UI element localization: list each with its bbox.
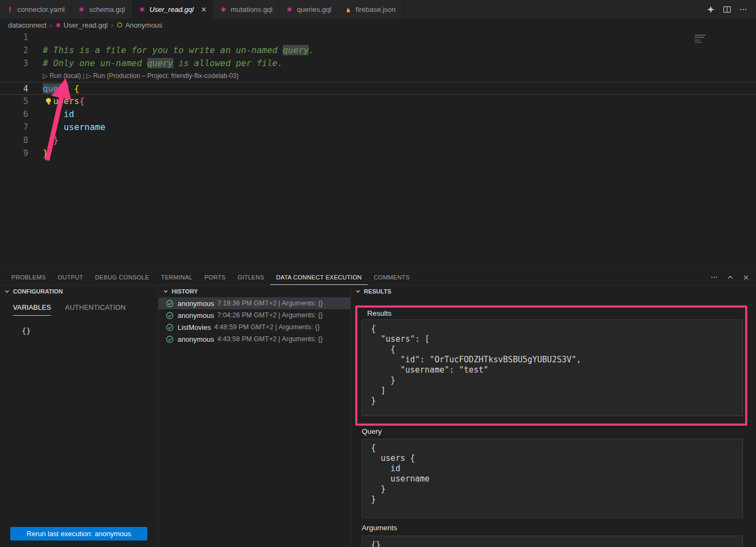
breadcrumb-item-dataconnect[interactable]: dataconnect (8, 21, 47, 29)
maximize-panel-icon[interactable] (727, 274, 734, 281)
code-line-6[interactable]: 6 id (0, 108, 756, 121)
breadcrumb: dataconnect › User_read.gql › Anonymous (0, 19, 756, 31)
line-number: 8 (0, 134, 28, 147)
line-number: 1 (0, 31, 28, 44)
editor-tab-schema-gql[interactable]: schema.gql (71, 0, 132, 19)
line-number: 7 (0, 121, 28, 134)
code-content: query { (28, 82, 79, 94)
panel-actions (711, 269, 750, 285)
more-actions-icon[interactable] (739, 5, 747, 14)
results-label: Results (367, 309, 745, 317)
code-content: id (28, 108, 74, 121)
annotation-highlight-box: Results { "users": [ { "id": "OrTucFODZH… (355, 305, 747, 426)
history-header[interactable]: HISTORY (159, 285, 350, 297)
history-list: anonymous7:19:36 PM GMT+2 | Arguments: {… (159, 297, 350, 345)
close-icon[interactable]: × (201, 5, 206, 14)
code-line-2[interactable]: 2# This is a file for you to write an un… (0, 44, 756, 57)
history-entry-meta: 7:04:26 PM GMT+2 | Arguments: {} (217, 311, 323, 319)
editor-tab-connector-yaml[interactable]: !connector.yaml (0, 0, 71, 19)
panel-tab-ports[interactable]: PORTS (198, 269, 231, 285)
split-editor-icon[interactable] (723, 5, 731, 14)
tab-authentication[interactable]: AUTHENTICATION (65, 304, 126, 316)
results-content: Results { "users": [ { "id": "OrTucFODZH… (351, 297, 756, 547)
line-number: 5 (0, 95, 28, 108)
editor-tab-user-read-gql[interactable]: User_read.gql× (132, 0, 213, 19)
results-header[interactable]: RESULTS (351, 285, 756, 297)
code-content: username (28, 121, 106, 134)
code-line-7[interactable]: 7 username (0, 121, 756, 134)
firebase-icon (345, 6, 352, 14)
panel-tab-terminal[interactable]: TERMINAL (155, 269, 198, 285)
panel-tab-debug-console[interactable]: DEBUG CONSOLE (89, 269, 155, 285)
code-content: } (28, 134, 58, 147)
panel-tab-gitlens[interactable]: GITLENS (232, 269, 270, 285)
editor-tab-firebase-json[interactable]: firebase.json (338, 0, 403, 19)
code-token: # Only one un-named (43, 58, 147, 68)
line-number: 2 (0, 44, 28, 57)
minimap[interactable] (695, 33, 709, 44)
tab-variables[interactable]: VARIABLES (13, 304, 51, 316)
query-text[interactable]: { users { id username } } (362, 439, 743, 518)
code-line-8[interactable]: 8 } (0, 134, 756, 147)
editor-tabs: !connector.yamlschema.gqlUser_read.gql×m… (0, 0, 403, 19)
tabbar-actions (707, 0, 756, 19)
results-section: RESULTS Results { "users": [ { "id": "Or… (351, 285, 756, 547)
code-token: } (53, 135, 58, 145)
anonymous-symbol-icon (116, 22, 123, 28)
panel-more-actions-icon[interactable] (711, 274, 718, 281)
history-entry-meta: 4:48:59 PM GMT+2 | Arguments: {} (214, 323, 320, 331)
results-json[interactable]: { "users": [ { "id": "OrTucFODZHTksvBSBU… (362, 320, 743, 416)
panel-tabs: PROBLEMSOUTPUTDEBUG CONSOLETERMINALPORTS… (5, 269, 416, 285)
code-line-3[interactable]: 3# Only one un-named query is allowed pe… (0, 57, 756, 70)
code-editor[interactable]: 12# This is a file for you to write an u… (0, 31, 756, 269)
arguments-text[interactable]: {} (362, 536, 743, 547)
code-line-5[interactable]: 5 users{ (0, 95, 756, 108)
graphql-icon (139, 6, 146, 12)
run-production-link[interactable]: ▷ Run (Production – Project: friendly-fl… (86, 72, 238, 80)
history-entry[interactable]: anonymous7:04:26 PM GMT+2 | Arguments: {… (159, 309, 350, 321)
check-circle-icon (166, 335, 174, 343)
history-entry[interactable]: anonymous7:19:36 PM GMT+2 | Arguments: {… (159, 297, 350, 309)
bottom-panel: PROBLEMSOUTPUTDEBUG CONSOLETERMINALPORTS… (0, 269, 756, 547)
code-line-1[interactable]: 1 (0, 31, 756, 44)
tab-label: schema.gql (89, 5, 125, 14)
rerun-button[interactable]: Rerun last execution: anonymous (10, 527, 147, 541)
editor-tab-mutations-gql[interactable]: mutations.gql (213, 0, 279, 19)
configuration-tabs: VARIABLES AUTHENTICATION (0, 297, 158, 316)
code-token: username (64, 122, 106, 132)
code-line-4[interactable]: 4query { (0, 82, 756, 95)
configuration-header[interactable]: CONFIGURATION (0, 285, 158, 297)
run-local-link[interactable]: ▷ Run (local) (43, 72, 81, 80)
breadcrumb-item-file[interactable]: User_read.gql (63, 21, 108, 29)
code-token (43, 122, 64, 132)
tab-label: firebase.json (356, 5, 396, 14)
code-content: # This is a file for you to write an un-… (28, 44, 314, 57)
panel-tab-data-connect-execution[interactable]: DATA CONNECT EXECUTION (270, 269, 368, 285)
editor-tab-queries-gql[interactable]: queries.gql (279, 0, 338, 19)
arguments-label: Arguments (362, 524, 397, 532)
history-entry-name: anonymous (178, 335, 214, 343)
history-entry-name: anonymous (178, 311, 214, 320)
check-circle-icon (166, 323, 174, 331)
code-token: is allowed per file. (173, 58, 283, 68)
copilot-sparkle-icon[interactable] (707, 5, 715, 14)
history-entry-name: ListMovies (178, 323, 211, 331)
history-entry[interactable]: ListMovies4:48:59 PM GMT+2 | Arguments: … (159, 321, 350, 333)
panel-tab-problems[interactable]: PROBLEMS (5, 269, 52, 285)
history-entry-meta: 4:43:58 PM GMT+2 | Arguments: {} (217, 335, 323, 343)
panel-tab-bar: PROBLEMSOUTPUTDEBUG CONSOLETERMINALPORTS… (0, 269, 756, 285)
panel-tab-comments[interactable]: COMMENTS (368, 269, 416, 285)
code-token: id (64, 109, 74, 119)
panel-tab-output[interactable]: OUTPUT (52, 269, 89, 285)
line-number: 6 (0, 108, 28, 121)
results-header-label: RESULTS (364, 288, 392, 295)
code-line-9[interactable]: 9} (0, 147, 756, 160)
code-token: query (43, 83, 69, 94)
lightbulb-icon[interactable] (46, 98, 51, 103)
line-number: 3 (0, 57, 28, 70)
tab-label: User_read.gql (149, 5, 194, 14)
close-panel-icon[interactable] (742, 274, 750, 281)
history-entry[interactable]: anonymous4:43:58 PM GMT+2 | Arguments: {… (159, 333, 350, 345)
variables-value[interactable]: {} (22, 327, 158, 335)
breadcrumb-item-anonymous[interactable]: Anonymous (125, 21, 162, 29)
